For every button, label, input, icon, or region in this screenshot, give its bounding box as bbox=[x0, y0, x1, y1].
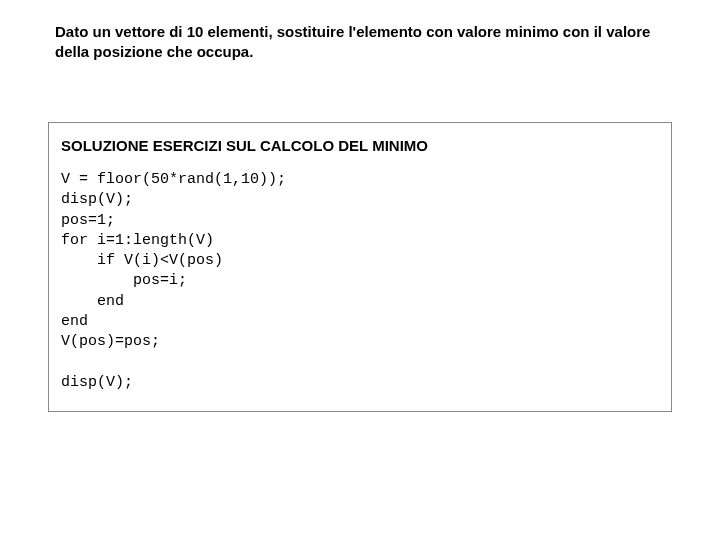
code-line: V(pos)=pos; bbox=[61, 333, 160, 350]
code-line: pos=1; bbox=[61, 212, 115, 229]
code-block: V = floor(50*rand(1,10)); disp(V); pos=1… bbox=[61, 170, 659, 393]
slide: Dato un vettore di 10 elementi, sostitui… bbox=[0, 0, 720, 540]
code-line: disp(V); bbox=[61, 191, 133, 208]
code-line: pos=i; bbox=[61, 272, 187, 289]
problem-statement: Dato un vettore di 10 elementi, sostitui… bbox=[55, 22, 665, 63]
solution-title: SOLUZIONE ESERCIZI SUL CALCOLO DEL MINIM… bbox=[61, 137, 659, 154]
solution-box: SOLUZIONE ESERCIZI SUL CALCOLO DEL MINIM… bbox=[48, 122, 672, 412]
code-line: disp(V); bbox=[61, 374, 133, 391]
code-line: if V(i)<V(pos) bbox=[61, 252, 223, 269]
code-line: end bbox=[61, 293, 124, 310]
code-line: for i=1:length(V) bbox=[61, 232, 214, 249]
code-line: end bbox=[61, 313, 88, 330]
code-line: V = floor(50*rand(1,10)); bbox=[61, 171, 286, 188]
